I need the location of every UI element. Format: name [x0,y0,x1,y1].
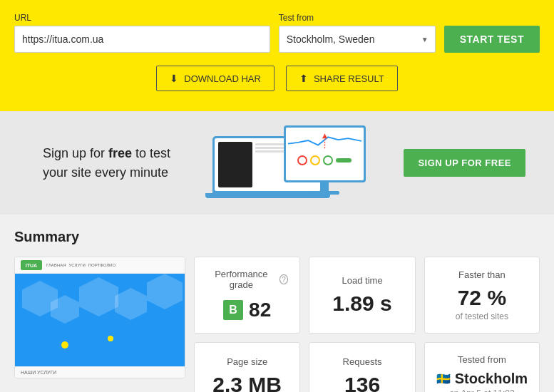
load-time-label: Load time [342,275,383,286]
share-result-label: SHARE RESULT [314,73,384,84]
monitor-screen [286,128,364,180]
start-test-button[interactable]: START TEST [444,26,540,53]
hex-4 [115,288,147,320]
load-time-value: 1.89 s [332,292,391,316]
download-icon: ⬇ [170,73,178,84]
preview-nav: ГЛАВНАЯ УСЛУГИ ПОРТФОЛИО [46,263,179,267]
faster-than-sub: of tested sites [456,311,508,321]
monitor-body [284,125,366,182]
share-result-button[interactable]: ⬆ SHARE RESULT [286,66,398,91]
grade-badge: B 82 [223,299,271,321]
requests-card: Requests 136 [309,342,415,392]
screen-sidebar [218,142,253,187]
promo-text-part2: to test [132,146,170,160]
nav-item-3: ПОРТФОЛИО [88,263,116,267]
url-input[interactable] [14,26,270,53]
page-size-label: Page size [227,356,267,367]
screen-line3 [255,150,284,153]
header-section: URL Test from Stockholm, Sweden London, … [0,0,554,111]
sweden-flag-icon: 🇸🇪 [436,372,451,386]
chart-svg [288,130,361,151]
preview-footer-text: НАШИ УСЛУГИ [21,370,56,375]
nav-item-1: ГЛАВНАЯ [46,263,66,267]
svg-marker-1 [322,134,327,139]
grade-box: B [223,300,243,320]
gauge-red [297,155,307,165]
hex-3 [79,277,118,316]
promo-text: Sign up for free to test your site every… [43,144,170,182]
monitor-foot [309,191,339,195]
location-select[interactable]: Stockholm, Sweden London, UK New York, U… [279,26,436,53]
action-buttons-row: ⬇ DOWNLOAD HAR ⬆ SHARE RESULT [14,63,540,97]
test-from-label: Test from [279,13,436,23]
promo-text-bold: free [108,146,132,160]
url-group: URL [14,13,270,53]
gauge-yellow [310,155,320,165]
load-time-card: Load time 1.89 s [309,257,415,334]
share-icon: ⬆ [299,73,308,84]
gauge-green [323,155,333,165]
tested-from-card: Tested from 🇸🇪 Stockholm on Apr 5 at 11:… [424,342,540,392]
tested-from-sub: on Apr 5 at 11:02 [449,388,514,392]
promo-text-part1: Sign up for [43,146,108,160]
url-label: URL [14,13,270,23]
performance-grade-card: Performance grade ? B 82 [194,257,300,334]
page-size-card: Page size 2.3 MB [194,342,300,392]
gauge-row [288,155,361,165]
hex-5 [147,274,183,309]
download-har-button[interactable]: ⬇ DOWNLOAD HAR [156,66,275,91]
promo-illustration [205,125,369,200]
faster-than-value: 72 % [458,286,506,310]
preview-footer: НАШИ УСЛУГИ [15,366,185,378]
tested-from-value: 🇸🇪 Stockholm [436,371,528,387]
monitor-stand [320,182,329,191]
summary-title: Summary [14,229,540,245]
download-har-label: DOWNLOAD HAR [184,73,261,84]
preview-header: ITUA ГЛАВНАЯ УСЛУГИ ПОРТФОЛИО [15,257,185,274]
summary-section: Summary ITUA ГЛАВНАЯ УСЛУГИ ПОРТФОЛИО [0,215,554,392]
gauge-bar [336,158,352,163]
tested-from-city: Stockholm [455,371,528,387]
site-logo: ITUA [21,260,42,270]
summary-grid: ITUA ГЛАВНАЯ УСЛУГИ ПОРТФОЛИО НАШИ [14,257,540,392]
test-from-group: Test from Stockholm, Sweden London, UK N… [279,13,436,53]
tested-from-label: Tested from [458,354,506,365]
preview-body [15,274,185,366]
requests-value: 136 [344,373,380,393]
faster-than-label: Faster than [458,269,506,280]
dot-2 [108,336,113,341]
nav-item-2: УСЛУГИ [69,263,86,267]
site-preview-card: ITUA ГЛАВНАЯ УСЛУГИ ПОРТФОЛИО НАШИ [14,257,185,378]
dot-1 [61,341,68,349]
faster-than-card: Faster than 72 % of tested sites [424,257,540,334]
performance-grade-label: Performance grade ? [206,269,288,290]
help-icon[interactable]: ? [279,274,289,284]
location-select-wrapper: Stockholm, Sweden London, UK New York, U… [279,26,436,53]
promo-banner: Sign up for free to test your site every… [0,111,554,215]
grade-number: 82 [249,299,271,321]
url-row: URL Test from Stockholm, Sweden London, … [14,13,540,53]
page-size-value: 2.3 MB [212,373,282,393]
signup-for-free-button[interactable]: SIGN UP FOR FREE [404,149,525,177]
requests-label: Requests [343,356,382,367]
promo-text-line2: your site every minute [43,165,168,180]
metrics-grid: Performance grade ? B 82 Load time 1.89 … [194,257,540,392]
